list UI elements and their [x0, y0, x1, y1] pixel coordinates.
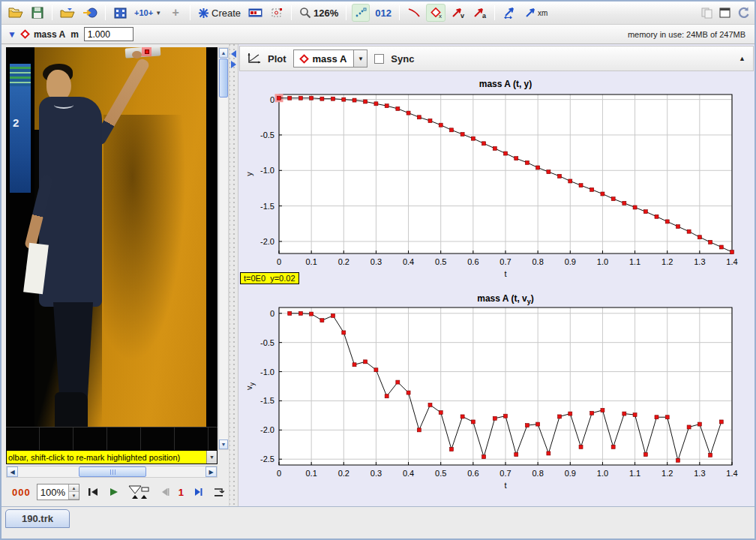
collapse-right-icon[interactable] — [231, 61, 236, 68]
create-button[interactable]: Create — [196, 4, 243, 22]
autotracker-icon — [271, 8, 283, 18]
spin-down-icon[interactable]: ▼ — [69, 492, 79, 500]
export-icon — [82, 7, 98, 19]
svg-text:0.9: 0.9 — [565, 257, 576, 266]
vector-sum-icon — [502, 7, 518, 19]
trails-button[interactable] — [352, 4, 370, 22]
video-viewport[interactable]: 2 — [6, 47, 218, 450]
video-zoom-spinner[interactable]: 100% ▲ ▼ — [37, 484, 80, 500]
horizontal-scroll-thumb[interactable] — [79, 466, 146, 477]
axes-button[interactable]: + — [166, 4, 184, 22]
step-forward-button[interactable] — [190, 484, 205, 500]
track-filter-icon[interactable]: ▼ — [8, 29, 16, 40]
positions-icon: x — [429, 8, 442, 19]
calibration-button[interactable]: +10+ ▼ — [132, 4, 164, 22]
save-icon — [32, 7, 44, 19]
svg-text:0.5: 0.5 — [435, 257, 446, 266]
copy-image-icon[interactable] — [700, 7, 713, 19]
svg-text:0.8: 0.8 — [532, 257, 543, 266]
in-out-slider[interactable] — [128, 484, 152, 500]
svg-text:1.2: 1.2 — [662, 469, 673, 478]
window-icon[interactable] — [719, 8, 730, 18]
file-tab-label: 190.trk — [22, 513, 53, 524]
video-horizontal-scrollbar[interactable]: ◀ ▶ — [6, 466, 218, 478]
autotracker-button[interactable] — [268, 4, 286, 22]
mass-label: m — [70, 29, 79, 40]
file-tab[interactable]: 190.trk — [5, 509, 70, 528]
open-button[interactable] — [6, 4, 26, 22]
velocities-button[interactable]: v — [448, 4, 467, 22]
collapse-panel-icon[interactable]: ▲ — [739, 55, 746, 62]
video-person-collar — [54, 101, 74, 109]
rewind-button[interactable] — [86, 484, 100, 500]
scroll-left-icon[interactable]: ◀ — [7, 466, 18, 477]
open-icon — [8, 7, 23, 19]
video-zoom-value[interactable]: 100% — [38, 484, 68, 500]
video-vertical-scrollbar[interactable]: ▲ ▼ — [218, 47, 229, 450]
hint-text: olbar, shift-click to re-mark highlighte… — [8, 453, 180, 462]
svg-text:x: x — [439, 13, 442, 19]
export-button[interactable] — [80, 4, 100, 22]
vertical-scroll-thumb[interactable] — [219, 58, 228, 98]
hint-dropdown-icon[interactable]: ▼ — [206, 450, 218, 464]
svg-text:0.4: 0.4 — [403, 469, 414, 478]
clip-settings-button[interactable] — [111, 4, 129, 22]
save-button[interactable] — [28, 4, 46, 22]
svg-text:a: a — [482, 12, 487, 19]
zoom-button[interactable]: 126% — [297, 4, 340, 22]
plot-count-label[interactable]: Plot — [268, 53, 286, 64]
svg-text:0.1: 0.1 — [305, 469, 316, 478]
spin-up-icon[interactable]: ▲ — [69, 484, 79, 492]
svg-text:0.5: 0.5 — [435, 469, 446, 478]
sync-checkbox[interactable] — [374, 54, 384, 64]
separator — [346, 5, 346, 20]
vector-sum-button[interactable] — [500, 4, 520, 22]
svg-text:-2.5: -2.5 — [260, 454, 274, 464]
track-diamond-icon[interactable] — [20, 29, 30, 39]
svg-text:0.6: 0.6 — [467, 469, 478, 478]
step-back-button[interactable] — [158, 484, 172, 500]
in-out-slider-icon — [128, 484, 152, 500]
loop-button[interactable] — [211, 484, 226, 500]
accelerations-button[interactable]: a — [470, 4, 489, 22]
track-selector[interactable]: mass A ▼ — [293, 50, 368, 68]
marker-hint-bar: olbar, shift-click to re-mark highlighte… — [6, 450, 218, 464]
svg-text:0.9: 0.9 — [565, 469, 576, 478]
scroll-down-icon[interactable]: ▼ — [219, 440, 228, 449]
step-size-label[interactable]: 1 — [178, 487, 184, 498]
video-person-legs — [53, 302, 93, 401]
plot-icon — [248, 52, 261, 64]
svg-text:-0.5: -0.5 — [260, 130, 274, 140]
svg-text:-1.5: -1.5 — [260, 396, 274, 405]
track-control-button[interactable] — [246, 4, 265, 22]
chevron-down-icon[interactable]: ▼ — [155, 10, 161, 16]
positions-button[interactable]: x — [426, 4, 446, 22]
chevron-down-icon[interactable]: ▼ — [353, 50, 367, 67]
step-numbers-button[interactable]: 012 — [373, 4, 394, 22]
svg-text:t: t — [504, 481, 506, 490]
track-marker[interactable] — [145, 50, 149, 54]
momentum-button[interactable]: xm — [523, 4, 550, 22]
video-poster: 2 — [10, 64, 31, 193]
velocities-icon: v — [451, 7, 465, 19]
collapse-left-icon[interactable] — [231, 50, 236, 58]
svg-text:1.4: 1.4 — [726, 469, 737, 478]
video-person-torso — [39, 97, 102, 307]
svg-text:1.2: 1.2 — [662, 257, 673, 266]
mass-field[interactable] — [84, 27, 134, 41]
clip-settings-icon — [114, 8, 127, 19]
track-control-icon — [248, 8, 262, 17]
svg-text:0.2: 0.2 — [338, 257, 350, 266]
scroll-right-icon[interactable]: ▶ — [206, 466, 217, 477]
track-name-label[interactable]: mass A — [34, 29, 65, 40]
refresh-icon[interactable] — [736, 6, 750, 20]
panel-divider[interactable] — [229, 44, 238, 506]
scroll-up-icon[interactable]: ▲ — [219, 48, 228, 58]
paths-button[interactable] — [405, 4, 423, 22]
open-video-button[interactable] — [58, 4, 77, 22]
svg-text:1.3: 1.3 — [694, 257, 705, 266]
play-button[interactable] — [106, 484, 122, 500]
plot-y-vs-t[interactable]: 00.10.20.30.40.50.60.70.80.91.01.11.21.3… — [242, 72, 753, 290]
track-toolbar: ▼ mass A m memory in use: 24MB of 247MB — [2, 25, 754, 44]
plot-vy-vs-t[interactable]: 00.10.20.30.40.50.60.70.80.91.01.11.21.3… — [242, 291, 753, 500]
